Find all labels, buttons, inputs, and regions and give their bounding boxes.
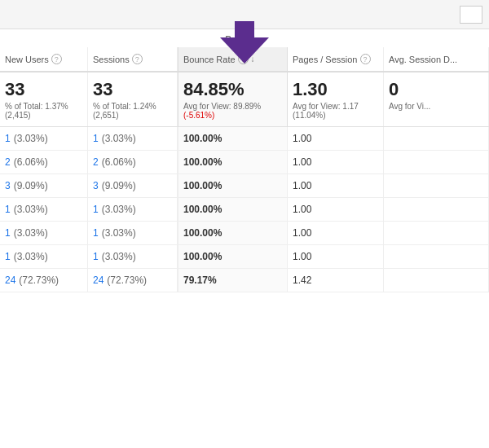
- new-users-pct-4: (3.03%): [14, 204, 48, 215]
- table-row: 24 (72.73%) 24 (72.73%) 79.17% 1.42: [0, 269, 489, 292]
- new-users-link-4[interactable]: 1: [5, 204, 11, 215]
- cell-avg-5: [384, 222, 489, 244]
- summary-sessions-sub2: (2,651): [93, 111, 172, 120]
- new-users-link-2[interactable]: 2: [5, 156, 11, 168]
- cell-avg-1: [384, 127, 489, 150]
- pages-value-3: 1.00: [293, 180, 311, 191]
- pages-value-4: 1.00: [293, 204, 311, 215]
- cell-avg-3: [384, 174, 489, 197]
- table-row: 1 (3.03%) 1 (3.03%) 100.00% 1.00: [0, 127, 489, 151]
- sessions-pct-7: (72.73%): [107, 275, 147, 286]
- cell-avg-7: [384, 269, 489, 292]
- pages-value-2: 1.00: [293, 156, 311, 168]
- cell-pages-7: 1.42: [288, 269, 384, 292]
- sessions-pct-5: (3.03%): [102, 227, 136, 239]
- sessions-link-7[interactable]: 24: [93, 275, 104, 286]
- bounce-value-5: 100.00%: [183, 227, 222, 239]
- table-row: 2 (6.06%) 2 (6.06%) 100.00% 1.00: [0, 151, 489, 174]
- col-sessions-label: Sessions: [93, 55, 130, 64]
- summary-sessions-value: 33: [93, 79, 172, 100]
- cell-bounce-6: 100.00%: [178, 245, 288, 268]
- new-users-link-6[interactable]: 1: [5, 251, 11, 262]
- table-row: 1 (3.03%) 1 (3.03%) 100.00% 1.00: [0, 245, 489, 269]
- cell-new-users-4: 1 (3.03%): [0, 198, 88, 221]
- cell-bounce-5: 100.00%: [178, 222, 288, 244]
- cell-pages-5: 1.00: [288, 222, 384, 244]
- summary-avg-value: 0: [389, 79, 483, 100]
- cell-bounce-7: 79.17%: [178, 269, 288, 292]
- bounce-value-7: 79.17%: [183, 275, 217, 286]
- new-users-link-7[interactable]: 24: [5, 275, 15, 286]
- new-users-help-icon[interactable]: ?: [51, 54, 62, 64]
- pages-value-1: 1.00: [293, 133, 311, 144]
- cell-pages-1: 1.00: [288, 127, 384, 150]
- sessions-link-3[interactable]: 3: [93, 180, 99, 191]
- summary-bounce-rate: 84.85% Avg for View: 89.89% (-5.61%): [178, 72, 288, 126]
- summary-bounce-sub1: Avg for View: 89.89%: [183, 102, 282, 111]
- new-users-pct-6: (3.03%): [14, 251, 48, 262]
- cell-sessions-5: 1 (3.03%): [88, 222, 178, 244]
- col-header-avg-session: Avg. Session D...: [384, 47, 489, 71]
- bounce-value-1: 100.00%: [183, 133, 222, 144]
- cell-pages-2: 1.00: [288, 151, 384, 173]
- summary-pages-value: 1.30: [293, 79, 378, 100]
- cell-new-users-3: 3 (9.09%): [0, 174, 88, 197]
- cell-bounce-3: 100.00%: [178, 174, 288, 197]
- new-users-link-3[interactable]: 3: [5, 180, 11, 191]
- new-users-pct-2: (6.06%): [14, 156, 48, 168]
- sessions-link-6[interactable]: 1: [93, 251, 99, 262]
- pages-value-6: 1.00: [293, 251, 311, 262]
- summary-pages-session: 1.30 Avg for View: 1.17 (11.04%): [288, 72, 384, 126]
- col-header-pages-session[interactable]: Pages / Session ?: [288, 47, 384, 71]
- purple-arrow-indicator: [220, 21, 269, 64]
- summary-bounce-sub2: (-5.61%): [183, 111, 282, 120]
- behavior-section-header: Behavior: [0, 29, 489, 47]
- table-row: 1 (3.03%) 1 (3.03%) 100.00% 1.00: [0, 222, 489, 245]
- new-users-link-1[interactable]: 1: [5, 133, 11, 144]
- cell-avg-4: [384, 198, 489, 221]
- sessions-pct-3: (9.09%): [102, 180, 136, 191]
- summary-new-users-value: 33: [5, 79, 82, 100]
- sessions-link-4[interactable]: 1: [93, 204, 99, 215]
- new-users-pct-3: (9.09%): [14, 180, 48, 191]
- col-new-users-label: New Users: [5, 55, 49, 64]
- col-pages-label: Pages / Session: [293, 55, 358, 64]
- col-avg-label: Avg. Session D...: [389, 55, 457, 64]
- col-header-new-users[interactable]: New Users ?: [0, 47, 88, 71]
- cell-new-users-5: 1 (3.03%): [0, 222, 88, 244]
- cell-sessions-1: 1 (3.03%): [88, 127, 178, 150]
- summary-pages-sub1: Avg for View: 1.17: [293, 102, 378, 111]
- pages-help-icon[interactable]: ?: [360, 54, 371, 64]
- table-row: 3 (9.09%) 3 (9.09%) 100.00% 1.00: [0, 174, 489, 198]
- cell-sessions-6: 1 (3.03%): [88, 245, 178, 268]
- sessions-link-1[interactable]: 1: [93, 133, 99, 144]
- top-bar-box[interactable]: [460, 6, 482, 24]
- sessions-pct-6: (3.03%): [102, 251, 136, 262]
- summary-sessions-sub1: % of Total: 1.24%: [93, 102, 172, 111]
- new-users-pct-1: (3.03%): [14, 133, 48, 144]
- summary-new-users-sub2: (2,415): [5, 111, 82, 120]
- new-users-link-5[interactable]: 1: [5, 227, 11, 239]
- pages-value-5: 1.00: [293, 227, 311, 239]
- cell-new-users-6: 1 (3.03%): [0, 245, 88, 268]
- sessions-link-5[interactable]: 1: [93, 227, 99, 239]
- summary-avg-session: 0 Avg for Vi...: [384, 72, 489, 126]
- bounce-value-3: 100.00%: [183, 180, 222, 191]
- bounce-value-6: 100.00%: [183, 251, 222, 262]
- col-header-sessions[interactable]: Sessions ?: [88, 47, 178, 71]
- summary-new-users-sub1: % of Total: 1.37%: [5, 102, 82, 111]
- cell-sessions-7: 24 (72.73%): [88, 269, 178, 292]
- sessions-link-2[interactable]: 2: [93, 156, 99, 168]
- new-users-pct-7: (72.73%): [19, 275, 59, 286]
- bounce-value-4: 100.00%: [183, 204, 222, 215]
- sessions-pct-2: (6.06%): [102, 156, 136, 168]
- table-row: 1 (3.03%) 1 (3.03%) 100.00% 1.00: [0, 198, 489, 222]
- cell-sessions-4: 1 (3.03%): [88, 198, 178, 221]
- data-table: 1 (3.03%) 1 (3.03%) 100.00% 1.00 2 (6.06…: [0, 127, 489, 292]
- cell-bounce-2: 100.00%: [178, 151, 288, 173]
- sessions-help-icon[interactable]: ?: [132, 54, 143, 64]
- summary-sessions: 33 % of Total: 1.24% (2,651): [88, 72, 178, 126]
- cell-avg-2: [384, 151, 489, 173]
- cell-bounce-4: 100.00%: [178, 198, 288, 221]
- pages-value-7: 1.42: [293, 275, 311, 286]
